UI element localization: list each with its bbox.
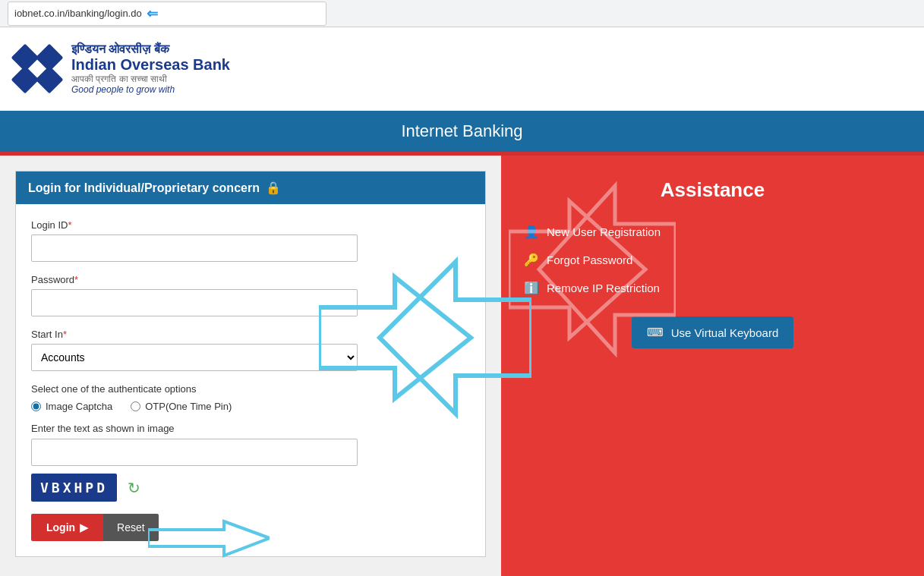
new-user-label: New User Registration	[547, 225, 661, 238]
bank-name-hindi: इण्डियन ओवरसीज़ बैंक	[71, 42, 230, 56]
radio-captcha-input[interactable]	[31, 401, 41, 411]
lock-icon: 🔒	[266, 181, 281, 195]
radio-otp[interactable]: OTP(One Time Pin)	[131, 401, 232, 412]
nav-banner: Internet Banking	[0, 111, 924, 152]
keyboard-icon: ⌨	[647, 326, 664, 339]
captcha-image: VBXHPD	[31, 474, 117, 502]
radio-captcha-label: Image Captcha	[46, 401, 112, 412]
virtual-keyboard-button[interactable]: ⌨ Use Virtual Keyboard	[632, 316, 793, 348]
bank-name-english: Indian Overseas Bank	[71, 56, 230, 74]
login-box-header: Login for Individual/Proprietary concern…	[16, 172, 485, 204]
vkb-label: Use Virtual Keyboard	[671, 326, 778, 339]
url-bar[interactable]: iobnet.co.in/ibanking/login.do ⇐	[8, 2, 326, 26]
captcha-label: Enter the text as shown in image	[31, 423, 470, 434]
captcha-group: Enter the text as shown in image VBXHPD …	[31, 423, 470, 502]
radio-otp-label: OTP(One Time Pin)	[145, 401, 232, 412]
user-icon: 👤	[524, 225, 539, 239]
start-in-select[interactable]: Accounts Deposits Loans Cards	[31, 344, 358, 371]
diamond-4	[35, 66, 63, 94]
new-user-link[interactable]: 👤 New User Registration	[524, 225, 901, 239]
url-arrow-icon: ⇐	[147, 5, 158, 22]
bank-tagline-hindi: आपकी प्रगति का सच्चा साथी	[71, 74, 230, 84]
bank-logo-area: इण्डियन ओवरसीज़ बैंक Indian Overseas Ban…	[15, 42, 230, 95]
right-panel: Assistance 👤 New User Registration 🔑 For…	[501, 156, 924, 576]
diamond-3	[11, 66, 39, 94]
info-icon: ℹ️	[524, 281, 539, 295]
login-box: Login for Individual/Proprietary concern…	[15, 171, 486, 557]
radio-image-captcha[interactable]: Image Captcha	[31, 401, 112, 412]
auth-section: Select one of the authenticate options I…	[31, 383, 470, 412]
start-in-label: Start In*	[31, 329, 470, 340]
login-form: Login ID* Password* Start In*	[16, 204, 485, 556]
main-content: Login for Individual/Proprietary concern…	[0, 156, 924, 576]
url-text: iobnet.co.in/ibanking/login.do	[14, 8, 142, 19]
login-button[interactable]: Login ▶	[31, 514, 103, 541]
radio-otp-input[interactable]	[131, 401, 140, 411]
reset-button[interactable]: Reset	[103, 514, 159, 541]
nav-title: Internet Banking	[401, 121, 522, 140]
bank-logo	[15, 48, 61, 90]
password-group: Password*	[31, 274, 470, 316]
login-id-label: Login ID*	[31, 219, 470, 231]
login-arrow-icon: ▶	[80, 521, 88, 534]
remove-ip-label: Remove IP Restriction	[547, 282, 660, 294]
forgot-password-link[interactable]: 🔑 Forgot Password	[524, 253, 901, 267]
assistance-title: Assistance	[661, 178, 765, 202]
start-in-group: Start In* Accounts Deposits Loans Cards	[31, 329, 470, 371]
key-icon: 🔑	[524, 253, 539, 267]
login-id-input[interactable]	[31, 234, 358, 262]
password-label: Password*	[31, 274, 470, 285]
password-input[interactable]	[31, 289, 358, 316]
captcha-input[interactable]	[31, 439, 358, 466]
radio-group: Image Captcha OTP(One Time Pin)	[31, 401, 470, 412]
bank-header: इण्डियन ओवरसीज़ बैंक Indian Overseas Ban…	[0, 27, 924, 111]
btn-row: Login ▶ Reset	[31, 514, 470, 541]
refresh-captcha-icon[interactable]: ↻	[128, 479, 140, 497]
auth-label: Select one of the authenticate options	[31, 383, 470, 395]
login-id-group: Login ID*	[31, 219, 470, 262]
browser-bar: iobnet.co.in/ibanking/login.do ⇐	[0, 0, 924, 27]
login-title: Login for Individual/Proprietary concern	[28, 181, 260, 195]
left-panel: Login for Individual/Proprietary concern…	[0, 156, 501, 576]
assist-links: 👤 New User Registration 🔑 Forgot Passwor…	[516, 225, 909, 309]
forgot-password-label: Forgot Password	[547, 253, 632, 266]
bank-tagline-english: Good people to grow with	[71, 84, 230, 95]
remove-ip-link[interactable]: ℹ️ Remove IP Restriction	[524, 281, 901, 295]
bank-text-area: इण्डियन ओवरसीज़ बैंक Indian Overseas Ban…	[71, 42, 230, 95]
